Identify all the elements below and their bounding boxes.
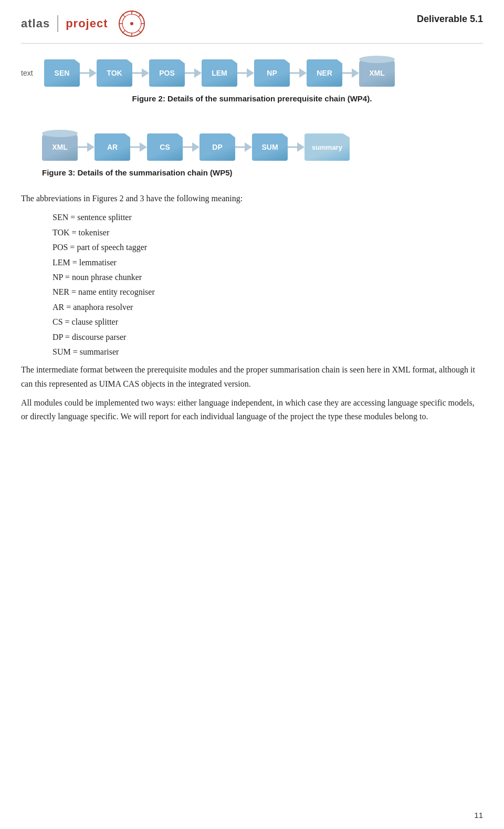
pipeline-box-xml: XML — [359, 59, 395, 87]
page: atlas project Deliverable 5.1 — [0, 0, 504, 829]
logo-project: project — [66, 17, 108, 30]
abbreviations-list: SEN = sentence splitter TOK = tokeniser … — [52, 211, 483, 359]
abbr-cs: CS = clause splitter — [52, 315, 483, 329]
abbr-lem: LEM = lemmatiser — [52, 256, 483, 270]
arrow-1 — [80, 68, 97, 78]
pipeline-box-lem: LEM — [202, 59, 237, 87]
pipeline3-box-dp: DP — [200, 133, 235, 161]
arrow-6 — [342, 68, 359, 78]
abbr-tok: TOK = tokeniser — [52, 226, 483, 240]
pipeline2-row: text SEN TOK POS LEM NP NER XML — [21, 59, 483, 87]
figure2-section: text SEN TOK POS LEM NP NER XML Figure 2… — [0, 44, 504, 118]
pipeline-text-label: text — [21, 69, 39, 77]
pipeline-box-ner: NER — [307, 59, 342, 87]
pipeline3-box-ar: AR — [94, 133, 130, 161]
arrow3-3 — [183, 142, 200, 152]
paragraph2: All modules could be implemented two way… — [21, 396, 483, 424]
logo-emblem — [118, 9, 146, 38]
figure3-section: XML AR CS DP SUM summary Figure 3: Detai… — [0, 118, 504, 192]
abbr-sum: SUM = summariser — [52, 345, 483, 359]
pipeline-box-tok: TOK — [97, 59, 132, 87]
svg-point-2 — [130, 22, 133, 25]
arrow3-2 — [130, 142, 147, 152]
header: atlas project Deliverable 5.1 — [0, 0, 504, 43]
pipeline-box-pos: POS — [149, 59, 185, 87]
abbreviations-intro: The abbreviations in Figures 2 and 3 hav… — [21, 192, 483, 205]
arrow-3 — [185, 68, 202, 78]
pipeline3-box-cs: CS — [147, 133, 183, 161]
figure3-caption: Figure 3: Details of the summarisation c… — [42, 168, 483, 177]
pipeline3-box-summary: summary — [304, 133, 350, 161]
pipeline3-box-sum: SUM — [252, 133, 288, 161]
abbr-pos: POS = part of speech tagger — [52, 241, 483, 254]
arrow-4 — [237, 68, 254, 78]
abbr-dp: DP = discourse parser — [52, 330, 483, 344]
abbr-ar: AR = anaphora resolver — [52, 300, 483, 314]
arrow3-1 — [78, 142, 94, 152]
arrow-5 — [290, 68, 307, 78]
paragraph1: The intermediate format between the prer… — [21, 363, 483, 391]
abbr-ner: NER = name entity recogniser — [52, 285, 483, 299]
abbr-sen: SEN = sentence splitter — [52, 211, 483, 224]
logo-divider — [57, 15, 58, 32]
pipeline-box-np: NP — [254, 59, 290, 87]
arrow3-5 — [288, 142, 304, 152]
pipeline3-box-xml: XML — [42, 133, 78, 161]
deliverable-title: Deliverable 5.1 — [417, 14, 483, 25]
logo-atlas: atlas — [21, 17, 50, 30]
page-number: 11 — [474, 811, 483, 820]
abbr-np: NP = noun phrase chunker — [52, 271, 483, 284]
arrow-2 — [132, 68, 149, 78]
text-section: The abbreviations in Figures 2 and 3 hav… — [0, 192, 504, 424]
pipeline3-row: XML AR CS DP SUM summary — [42, 133, 483, 161]
pipeline-box-sen: SEN — [44, 59, 80, 87]
arrow3-4 — [235, 142, 252, 152]
figure2-caption: Figure 2: Details of the summarisation p… — [21, 94, 483, 103]
